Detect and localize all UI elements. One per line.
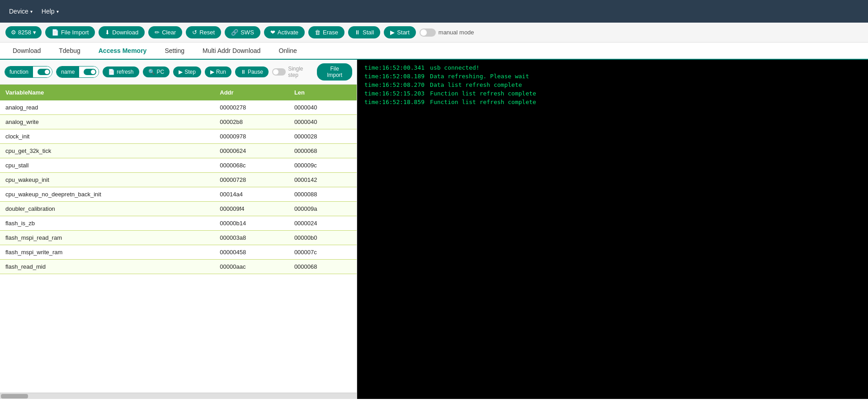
cell-len: 0000068	[289, 144, 357, 158]
chip-chevron-icon: ▾	[33, 29, 36, 36]
step-icon: ▶	[179, 69, 183, 75]
step-button[interactable]: ▶ Step	[173, 66, 201, 77]
table-row[interactable]: flash_mspi_read_ram000003a800000b0	[0, 231, 357, 245]
table-row[interactable]: flash_mspi_write_ram00000458000007c	[0, 245, 357, 260]
cell-name: flash_mspi_write_ram	[0, 245, 214, 260]
main-content: function name 📄 refresh	[0, 60, 868, 399]
main-toolbar: ⚙ 8258 ▾ 📄 File Import ⬇ Download ✏ Clea…	[0, 23, 868, 43]
refresh-button[interactable]: 📄 refresh	[103, 66, 139, 77]
terminal-panel: time:16:52:00.341 usb connected! time:16…	[357, 60, 868, 399]
pc-icon: 🔍	[148, 69, 155, 75]
clear-label: Clear	[162, 29, 176, 36]
table-row[interactable]: flash_read_mid00000aac0000068	[0, 260, 357, 274]
log-line: time:16:52:15.203 Function list refresh …	[364, 90, 861, 97]
run-icon: ▶	[210, 69, 214, 75]
table-row[interactable]: cpu_wakeup_init000007280000142	[0, 173, 357, 187]
activate-button[interactable]: ❤ Activate	[264, 26, 305, 38]
start-button[interactable]: ▶ Start	[384, 26, 415, 38]
cell-len: 0000142	[289, 173, 357, 187]
cell-name: clock_init	[0, 129, 214, 144]
sub-file-import-button[interactable]: File Import	[317, 63, 352, 81]
cell-addr: 00000728	[214, 173, 289, 187]
name-toggle-label[interactable]: name	[57, 66, 79, 77]
col-variable-name: VariableName	[0, 85, 214, 100]
stall-button[interactable]: ⏸ Stall	[348, 26, 380, 38]
download-button[interactable]: ⬇ Download	[99, 26, 145, 38]
log-timestamp: time:16:52:08.189	[364, 73, 425, 80]
function-toggle[interactable]: function	[5, 66, 52, 78]
cell-len: 0000068	[289, 260, 357, 274]
device-menu[interactable]: Device ▾	[9, 8, 33, 15]
table-row[interactable]: flash_is_zb00000b140000024	[0, 216, 357, 231]
table-row[interactable]: analog_read000002780000040	[0, 100, 357, 115]
table-row[interactable]: cpu_get_32k_tick000006240000068	[0, 144, 357, 158]
cell-name: cpu_get_32k_tick	[0, 144, 214, 158]
sws-button[interactable]: 🔗 SWS	[225, 26, 260, 38]
pc-button[interactable]: 🔍 PC	[143, 66, 170, 77]
reset-icon: ↺	[192, 29, 197, 36]
cell-len: 000009c	[289, 158, 357, 173]
tab-access-memory[interactable]: Access Memory	[90, 43, 156, 60]
cell-len: 0000040	[289, 100, 357, 115]
manual-mode-toggle[interactable]: manual mode	[420, 28, 474, 37]
pc-label: PC	[157, 69, 165, 75]
activate-icon: ❤	[270, 29, 275, 36]
file-import-icon: 📄	[52, 29, 59, 36]
gear-icon: ⚙	[11, 29, 16, 36]
col-len: Len	[289, 85, 357, 100]
clear-button[interactable]: ✏ Clear	[148, 26, 182, 38]
log-message: Data list refresh complete	[430, 81, 522, 88]
cell-len: 000009a	[289, 202, 357, 216]
tab-multi-addr-download[interactable]: Multi Addr Download	[193, 43, 269, 60]
download-icon: ⬇	[105, 29, 110, 36]
erase-icon: 🗑	[315, 29, 321, 36]
cell-len: 00000b0	[289, 231, 357, 245]
tab-online[interactable]: Online	[269, 43, 306, 60]
table-row[interactable]: cpu_stall0000068c000009c	[0, 158, 357, 173]
cell-name: doubler_calibration	[0, 202, 214, 216]
table-row[interactable]: clock_init000009780000028	[0, 129, 357, 144]
function-toggle-label[interactable]: function	[5, 66, 33, 77]
data-table-container[interactable]: VariableName Addr Len analog_read0000027…	[0, 85, 357, 393]
table-row[interactable]: analog_write00002b80000040	[0, 115, 357, 129]
tab-download[interactable]: Download	[4, 43, 50, 60]
reset-button[interactable]: ↺ Reset	[186, 26, 221, 38]
start-label: Start	[397, 29, 409, 36]
run-button[interactable]: ▶ Run	[205, 66, 231, 77]
function-toggle-switch[interactable]	[33, 66, 52, 78]
help-menu-label: Help	[42, 8, 55, 15]
scroll-thumb[interactable]	[1, 394, 28, 399]
chip-selector[interactable]: ⚙ 8258 ▾	[5, 26, 42, 38]
sws-label: SWS	[241, 29, 254, 36]
erase-button[interactable]: 🗑 Erase	[308, 26, 344, 38]
cell-addr: 00000624	[214, 144, 289, 158]
pause-label: Pause	[248, 69, 263, 75]
help-chevron-icon: ▾	[57, 9, 59, 14]
cell-addr: 00014a4	[214, 187, 289, 202]
table-row[interactable]: doubler_calibration000009f4000009a	[0, 202, 357, 216]
tab-tdebug[interactable]: Tdebug	[50, 43, 89, 60]
help-menu[interactable]: Help ▾	[42, 8, 59, 15]
log-timestamp: time:16:52:18.859	[364, 99, 425, 105]
erase-label: Erase	[323, 29, 338, 36]
file-import-button[interactable]: 📄 File Import	[45, 26, 95, 38]
tab-setting[interactable]: Setting	[156, 43, 193, 60]
log-message: usb connected!	[430, 64, 480, 71]
log-line: time:16:52:18.859 Function list refresh …	[364, 99, 861, 105]
log-message: Data refreshing. Please wait	[430, 73, 529, 80]
chip-label: 8258	[18, 29, 31, 36]
horizontal-scrollbar[interactable]	[0, 393, 357, 399]
name-toggle[interactable]: name	[56, 66, 99, 78]
table-row[interactable]: cpu_wakeup_no_deepretn_back_init00014a40…	[0, 187, 357, 202]
name-toggle-switch[interactable]	[79, 66, 99, 78]
manual-mode-toggle-switch[interactable]	[420, 28, 436, 37]
single-step-toggle[interactable]: Single step	[272, 66, 313, 78]
cell-len: 0000024	[289, 216, 357, 231]
log-timestamp: time:16:52:00.341	[364, 64, 425, 71]
pause-button[interactable]: ⏸ Pause	[235, 66, 269, 77]
cell-name: cpu_wakeup_no_deepretn_back_init	[0, 187, 214, 202]
sub-file-import-label: File Import	[322, 66, 347, 78]
single-step-switch[interactable]	[272, 68, 286, 76]
cell-name: flash_mspi_read_ram	[0, 231, 214, 245]
cell-addr: 00002b8	[214, 115, 289, 129]
